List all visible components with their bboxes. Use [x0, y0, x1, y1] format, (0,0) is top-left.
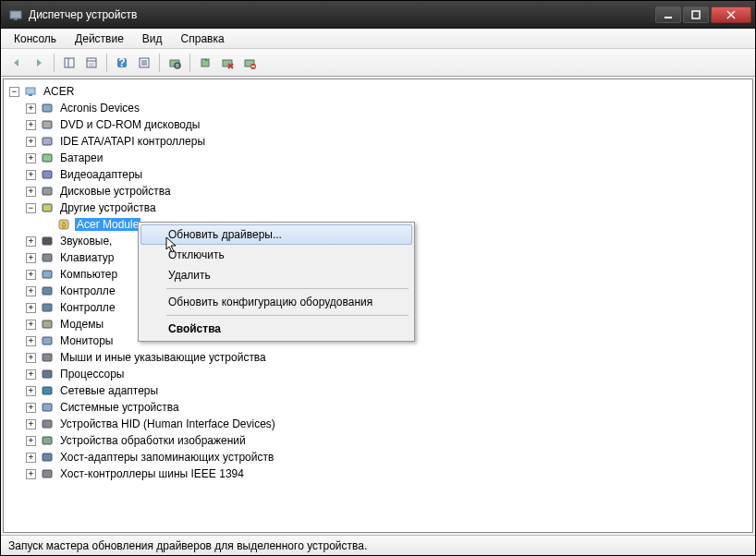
svg-rect-43: [43, 320, 52, 328]
tree-node[interactable]: Клавиатур: [58, 251, 116, 264]
tree-expander[interactable]: −: [26, 203, 36, 213]
tree-expander[interactable]: +: [26, 303, 36, 313]
tree-expander[interactable]: +: [26, 419, 36, 429]
menu-scan-hardware[interactable]: Обновить конфигурацию оборудования: [140, 292, 412, 312]
tree-node[interactable]: Видеоадаптеры: [58, 168, 144, 181]
tree-expander[interactable]: +: [26, 253, 36, 263]
tree-node[interactable]: Процессоры: [58, 368, 127, 381]
pc-icon: [40, 267, 55, 282]
show-hide-tree-button[interactable]: [59, 53, 79, 73]
tree-expander[interactable]: +: [26, 270, 36, 280]
warning-icon: [56, 217, 71, 232]
video-icon: [40, 167, 55, 182]
svg-rect-34: [43, 187, 52, 195]
tree-node[interactable]: Контролле: [58, 284, 117, 297]
tree-expander[interactable]: +: [26, 436, 36, 446]
tree-expander[interactable]: +: [26, 103, 36, 114]
tree-node[interactable]: Сетевые адаптеры: [58, 384, 160, 397]
properties-button[interactable]: [81, 53, 102, 73]
app-icon: [8, 7, 23, 22]
svg-rect-46: [43, 370, 52, 378]
hid-icon: [40, 417, 55, 431]
tree-expander[interactable]: +: [26, 369, 36, 380]
minimize-button[interactable]: [655, 6, 681, 23]
tree-node[interactable]: Батареи: [58, 151, 104, 164]
cd-icon: [40, 117, 55, 132]
tree-expander[interactable]: +: [26, 286, 36, 296]
close-button[interactable]: [711, 6, 751, 23]
tree-node[interactable]: Мыши и иные указывающие устройства: [58, 351, 268, 364]
tree-node[interactable]: Устройства обработки изображений: [58, 434, 248, 447]
tree-node[interactable]: Компьютер: [58, 268, 119, 281]
svg-rect-33: [43, 171, 52, 178]
tree-expander[interactable]: +: [26, 353, 36, 363]
tree-node[interactable]: Модемы: [58, 318, 105, 331]
tree-node[interactable]: DVD и CD-ROM дисководы: [58, 118, 201, 131]
tree-expander[interactable]: +: [26, 170, 36, 180]
tree-node[interactable]: Мониторы: [58, 334, 115, 347]
svg-rect-41: [43, 287, 52, 295]
update-driver-button[interactable]: [195, 53, 215, 73]
device-tree-pane[interactable]: − ACER +Acronis Devices+DVD и CD-ROM дис…: [3, 79, 753, 533]
device-manager-window: Диспетчер устройств Консоль Действие Вид…: [0, 0, 756, 556]
monitor-icon: [40, 333, 55, 348]
menu-separator: [166, 288, 408, 289]
tree-root[interactable]: ACER: [42, 85, 76, 98]
back-button[interactable]: [6, 53, 27, 73]
help-button[interactable]: ?: [112, 53, 132, 73]
tree-expander[interactable]: +: [26, 137, 36, 147]
tree-node[interactable]: Хост-контроллеры шины IEEE 1394: [58, 467, 246, 480]
tree-node[interactable]: Системные устройства: [58, 401, 181, 414]
maximize-button[interactable]: [683, 6, 709, 23]
menu-properties[interactable]: Свойства: [140, 319, 412, 339]
forward-button[interactable]: [29, 53, 49, 73]
menu-disable[interactable]: Отключить: [140, 245, 412, 265]
tree-node[interactable]: Контролле: [58, 301, 117, 314]
tree-expander[interactable]: +: [26, 453, 36, 463]
tree-expander[interactable]: +: [26, 187, 36, 197]
svg-rect-49: [43, 420, 52, 428]
tree-node[interactable]: Дисковые устройства: [58, 185, 173, 198]
tree-node[interactable]: Хост-адаптеры запоминающих устройств: [58, 451, 275, 464]
tree-node[interactable]: Устройства HID (Human Interface Devices): [58, 417, 277, 430]
tree-expander[interactable]: −: [9, 87, 19, 97]
status-bar: Запуск мастера обновления драйверов для …: [1, 535, 755, 555]
cpu-icon: [40, 367, 55, 381]
tree-node[interactable]: Другие устройства: [58, 201, 158, 214]
uninstall-button[interactable]: [217, 53, 238, 73]
scan-hardware-button[interactable]: [165, 53, 185, 73]
svg-rect-27: [26, 88, 35, 94]
menu-console[interactable]: Консоль: [5, 30, 66, 47]
menu-view[interactable]: Вид: [133, 30, 172, 47]
tree-node-selected[interactable]: Acer Module: [75, 218, 140, 231]
sys-icon: [40, 400, 55, 415]
list-button[interactable]: [134, 53, 154, 73]
tree-expander[interactable]: +: [26, 336, 36, 346]
tree-expander[interactable]: +: [26, 236, 36, 247]
menu-separator: [166, 315, 408, 316]
imaging-icon: [40, 433, 55, 448]
titlebar[interactable]: Диспетчер устройств: [1, 1, 755, 29]
svg-rect-3: [692, 11, 700, 18]
tree-expander[interactable]: +: [26, 386, 36, 396]
tree-expander[interactable]: +: [26, 469, 36, 479]
svg-rect-39: [43, 254, 52, 261]
menu-action[interactable]: Действие: [66, 30, 133, 47]
tree-expander[interactable]: +: [26, 120, 36, 130]
tree-expander[interactable]: +: [26, 153, 36, 163]
disable-button[interactable]: [239, 53, 260, 73]
tree-node[interactable]: IDE ATA/ATAPI контроллеры: [58, 135, 207, 148]
tree-expander[interactable]: +: [26, 320, 36, 330]
svg-rect-42: [43, 304, 52, 311]
menu-delete[interactable]: Удалить: [140, 265, 412, 285]
svg-rect-47: [43, 387, 52, 394]
menu-help[interactable]: Справка: [172, 30, 234, 47]
menu-update-drivers[interactable]: Обновить драйверы...: [140, 224, 412, 245]
usb-icon: [40, 284, 55, 298]
svg-rect-32: [43, 154, 52, 162]
tree-node[interactable]: Acronis Devices: [58, 102, 141, 115]
context-menu: Обновить драйверы... Отключить Удалить О…: [138, 222, 415, 342]
storage-icon: [40, 450, 55, 465]
tree-node[interactable]: Звуковые,: [58, 235, 114, 248]
tree-expander[interactable]: +: [26, 403, 36, 413]
